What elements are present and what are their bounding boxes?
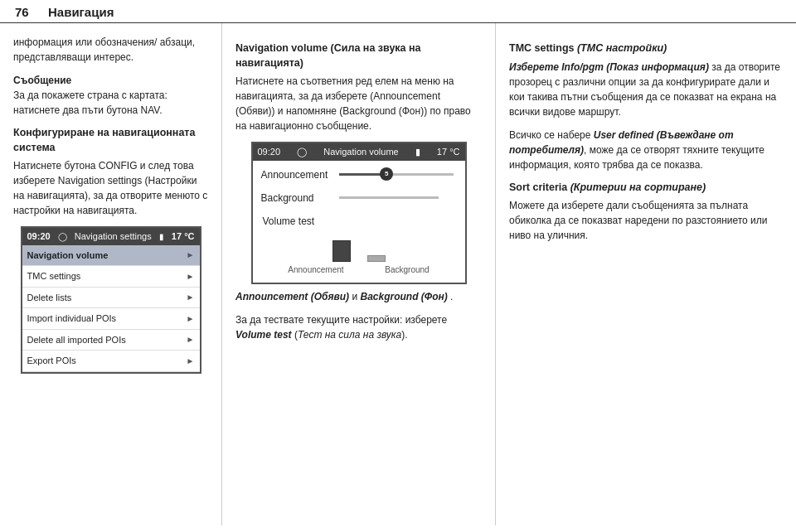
nav-screen-header: 09:20 ◯ Navigation settings ▮ 17 °C — [22, 228, 200, 245]
content-area: информация или обозначения/ абзаци, пред… — [0, 23, 796, 525]
nav-menu-arrow: ► — [187, 333, 195, 346]
background-italic: Background (Фон) — [360, 291, 447, 302]
nav-menu-arrow: ► — [187, 249, 195, 261]
nav-menu-item-label: TMC settings — [27, 269, 81, 283]
mid-para2: Announcement (Обяви) и Background (Фон) … — [235, 289, 482, 304]
nav-menu-item-tmc[interactable]: TMC settings ► — [22, 266, 200, 288]
nav-screen-time: 09:20 — [27, 230, 51, 244]
right-column: TMC settings (TMC настройки) Изберете In… — [496, 23, 796, 525]
nav-vol-temp: 17 °C — [437, 145, 460, 159]
section2-text: Натиснете бутона CONFIG и след това избе… — [13, 158, 208, 218]
nav-menu-item-label: Delete lists — [27, 291, 72, 305]
clock-icon: ◯ — [58, 230, 67, 243]
nav-menu-item-label: Import individual POIs — [27, 312, 117, 326]
announcement-italic: Announcement (Обяви) — [235, 291, 349, 302]
mid-para2-text: и — [352, 291, 360, 302]
nav-menu-item-label: Navigation volume — [27, 249, 109, 263]
background-label: Background — [261, 191, 336, 206]
battery-icon2: ▮ — [415, 145, 420, 159]
nav-menu-item-volume[interactable]: Navigation volume ► — [22, 245, 200, 267]
vol-bar-chart — [261, 232, 457, 262]
nav-screen-title: Navigation settings — [75, 230, 152, 244]
nav-screen-temp: 17 °C — [172, 230, 195, 244]
page-title: Навигация — [48, 5, 114, 19]
bar-label-background: Background — [385, 264, 429, 276]
nav-settings-screen: 09:20 ◯ Navigation settings ▮ 17 °C Navi… — [21, 226, 201, 374]
mid-column: Navigation volume (Сила на звука на нави… — [222, 23, 496, 525]
vol-bar-labels: Announcement Background — [261, 262, 457, 278]
nav-menu-item-export-poi[interactable]: Export POIs ► — [22, 351, 200, 372]
right-para2: Всичко се набере User defined (Въвеждане… — [509, 128, 783, 172]
nav-vol-body: Announcement 5 Background — [253, 161, 465, 283]
announcement-label: Announcement — [261, 167, 336, 182]
mid-para2-end: . — [450, 291, 453, 302]
battery-icon: ▮ — [159, 230, 164, 243]
nav-menu-arrow: ► — [187, 312, 195, 325]
clock-icon2: ◯ — [297, 145, 307, 159]
announcement-slider[interactable]: 5 — [336, 173, 457, 176]
section1: Съобщение За да покажете страна с картат… — [13, 73, 208, 118]
nav-volume-screen: 09:20 ◯ Navigation volume ▮ 17 °C Announ… — [251, 142, 467, 284]
nav-vol-header: 09:20 ◯ Navigation volume ▮ 17 °C — [253, 143, 465, 161]
right-heading3: Sort criteria (Критерии на сортиране) — [509, 181, 783, 196]
nav-menu-item-import-poi[interactable]: Import individual POIs ► — [22, 308, 200, 330]
nav-vol-time: 09:20 — [258, 145, 281, 159]
background-slider[interactable] — [339, 196, 457, 199]
right-heading1: TMC settings (TMC настройки) — [509, 41, 783, 56]
intro-text: информация или обозначения/ абзаци, пред… — [13, 35, 208, 65]
page-header: 76 Навигация — [0, 0, 796, 23]
nav-menu-list: Navigation volume ► TMC settings ► Delet… — [22, 245, 200, 372]
mid-para3: За да тествате текущите настройки: избер… — [235, 312, 482, 342]
nav-menu-arrow: ► — [187, 291, 195, 303]
section1-label: Съобщение — [13, 73, 208, 88]
nav-menu-arrow: ► — [187, 355, 195, 367]
page-number: 76 — [15, 5, 41, 19]
nav-menu-item-delete-poi[interactable]: Delete all imported POIs ► — [22, 330, 200, 351]
left-column: информация или обозначения/ абзаци, пред… — [0, 23, 222, 525]
section1-text: За да покажете страна с картата: натисне… — [13, 88, 208, 118]
announcement-row: Announcement 5 — [261, 167, 457, 182]
nav-menu-item-delete-lists[interactable]: Delete lists ► — [22, 288, 200, 309]
mid-para1: Натиснете на съответния ред елем на меню… — [235, 74, 482, 133]
right-para3: Можете да изберете дали съобщенията за п… — [509, 198, 783, 243]
nav-menu-item-label: Delete all imported POIs — [27, 333, 126, 347]
section2: Конфигуриране на навигационната система … — [13, 126, 208, 218]
right-subheading1: Изберете Info/pgm (Показ информация) за … — [509, 60, 783, 119]
volume-test-label[interactable]: Volume test — [261, 214, 457, 229]
nav-vol-title: Navigation volume — [323, 145, 399, 159]
nav-menu-item-label: Export POIs — [27, 354, 76, 368]
background-row: Background — [261, 191, 457, 206]
section2-heading: Конфигуриране на навигационната система — [13, 126, 208, 155]
bar-label-announcement: Announcement — [288, 264, 343, 276]
nav-menu-arrow: ► — [187, 270, 195, 283]
mid-heading: Navigation volume (Сила на звука на нави… — [235, 41, 482, 70]
